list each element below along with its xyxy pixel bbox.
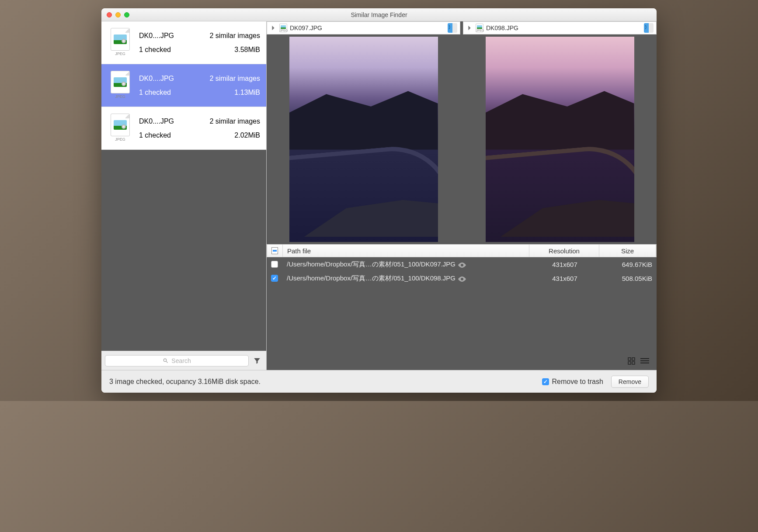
search-placeholder: Search xyxy=(171,357,191,364)
svg-rect-3 xyxy=(632,362,635,364)
photo-thumbnail xyxy=(486,37,634,242)
preview-header: JPEG DK097.JPG xyxy=(267,21,460,35)
breadcrumb-chevron-icon[interactable] xyxy=(466,24,473,31)
view-toolbar xyxy=(267,352,657,370)
grid-icon xyxy=(628,357,636,365)
group-similar-count: 2 similar images xyxy=(209,75,260,83)
table-header: Path file Resolution Size xyxy=(267,244,657,257)
content-area: JPEG DK0....JPG 2 similar images 1 check… xyxy=(101,21,657,370)
preview-filename: DK098.JPG xyxy=(486,24,641,31)
svg-rect-5 xyxy=(640,360,649,361)
list-view-button[interactable] xyxy=(639,356,650,366)
row-checkbox[interactable] xyxy=(271,275,278,282)
preview-pane-left: JPEG DK097.JPG xyxy=(267,21,460,244)
group-size: 2.02MiB xyxy=(234,131,260,139)
reveal-in-finder-button[interactable] xyxy=(448,23,457,33)
group-item-body: DK0....JPG 2 similar images 1 checked 3.… xyxy=(139,27,260,59)
file-path: /Users/home/Dropbox/写真…の素材/051_100/DK098… xyxy=(287,274,455,283)
jpeg-icon xyxy=(111,114,130,136)
window-title: Similar Image Finder xyxy=(101,11,657,18)
remove-to-trash-checkbox[interactable] xyxy=(542,378,549,385)
group-list[interactable]: JPEG DK0....JPG 2 similar images 1 check… xyxy=(101,21,266,351)
file-size: 508.05KiB xyxy=(600,275,657,282)
group-item[interactable]: JPEG DK0....JPG 2 similar images 1 check… xyxy=(101,64,266,107)
remove-to-trash-option[interactable]: Remove to trash xyxy=(542,378,603,386)
group-checked-count: 1 checked xyxy=(139,89,171,97)
group-filename: DK0....JPG xyxy=(139,75,174,83)
group-item-body: DK0....JPG 2 similar images 1 checked 2.… xyxy=(139,112,260,144)
search-icon xyxy=(163,358,169,364)
group-checked-count: 1 checked xyxy=(139,131,171,139)
file-thumbnail: JPEG xyxy=(108,27,133,57)
preview-image[interactable] xyxy=(463,35,657,244)
group-similar-count: 2 similar images xyxy=(209,32,260,40)
grid-view-button[interactable] xyxy=(626,356,637,366)
reveal-in-finder-button[interactable] xyxy=(644,23,654,33)
status-text: 3 image checked, ocupancy 3.16MiB disk s… xyxy=(109,378,534,386)
preview-header: JPEG DK098.JPG xyxy=(463,21,657,35)
group-item-body: DK0....JPG 2 similar images 1 checked 1.… xyxy=(139,69,260,101)
svg-rect-6 xyxy=(640,363,649,363)
preview-image[interactable] xyxy=(267,35,460,244)
file-thumbnail: JPEG xyxy=(108,69,133,100)
svg-rect-2 xyxy=(628,362,631,364)
mixed-checkbox-icon xyxy=(271,247,278,254)
group-checked-count: 1 checked xyxy=(139,46,171,54)
group-item[interactable]: JPEG DK0....JPG 2 similar images 1 check… xyxy=(101,21,266,64)
search-input[interactable]: Search xyxy=(105,355,249,366)
breadcrumb-chevron-icon[interactable] xyxy=(270,24,277,31)
titlebar[interactable]: Similar Image Finder xyxy=(101,8,657,21)
file-thumbnail: JPEG xyxy=(108,112,133,143)
svg-rect-0 xyxy=(628,358,631,360)
jpeg-icon xyxy=(111,71,130,93)
column-header-size[interactable]: Size xyxy=(599,245,656,257)
remove-button[interactable]: Remove xyxy=(611,376,649,388)
preview-pane-right: JPEG DK098.JPG xyxy=(463,21,657,244)
table-row[interactable]: /Users/home/Dropbox/写真…の素材/051_100/DK098… xyxy=(267,271,657,285)
group-filename: DK0....JPG xyxy=(139,117,174,125)
column-header-path[interactable]: Path file xyxy=(283,245,529,257)
quicklook-button[interactable] xyxy=(458,276,466,281)
column-header-check[interactable] xyxy=(267,245,283,257)
group-size: 1.13MiB xyxy=(234,89,260,97)
group-size: 3.58MiB xyxy=(234,46,260,54)
jpeg-icon: JPEG xyxy=(476,24,483,32)
search-bar: Search xyxy=(101,351,266,370)
file-size: 649.67KiB xyxy=(600,261,657,268)
file-resolution: 431x607 xyxy=(530,261,600,268)
jpeg-icon: JPEG xyxy=(279,24,287,32)
table-row[interactable]: /Users/home/Dropbox/写真…の素材/051_100/DK097… xyxy=(267,257,657,271)
svg-rect-1 xyxy=(632,358,635,360)
footer: 3 image checked, ocupancy 3.16MiB disk s… xyxy=(101,370,657,393)
remove-to-trash-label: Remove to trash xyxy=(552,378,603,386)
list-icon xyxy=(640,358,649,365)
file-resolution: 431x607 xyxy=(530,275,600,282)
preview-row: JPEG DK097.JPG JPEG DK098.JPG xyxy=(267,21,657,244)
main-panel: JPEG DK097.JPG JPEG DK098.JPG xyxy=(267,21,657,370)
sidebar: JPEG DK0....JPG 2 similar images 1 check… xyxy=(101,21,267,370)
svg-rect-4 xyxy=(640,358,649,359)
group-similar-count: 2 similar images xyxy=(209,117,260,125)
photo-thumbnail xyxy=(289,37,438,242)
group-item[interactable]: JPEG DK0....JPG 2 similar images 1 check… xyxy=(101,107,266,150)
column-header-resolution[interactable]: Resolution xyxy=(529,245,599,257)
group-filename: DK0....JPG xyxy=(139,32,174,40)
funnel-icon xyxy=(253,357,261,365)
row-checkbox[interactable] xyxy=(271,261,278,268)
file-path: /Users/home/Dropbox/写真…の素材/051_100/DK097… xyxy=(287,260,455,269)
quicklook-button[interactable] xyxy=(458,262,466,267)
app-window: Similar Image Finder JPEG DK0....JPG 2 s… xyxy=(101,8,657,393)
preview-filename: DK097.JPG xyxy=(290,24,445,31)
filter-button[interactable] xyxy=(251,355,263,366)
file-table: Path file Resolution Size /Users/home/Dr… xyxy=(267,244,657,352)
jpeg-icon xyxy=(111,28,130,51)
